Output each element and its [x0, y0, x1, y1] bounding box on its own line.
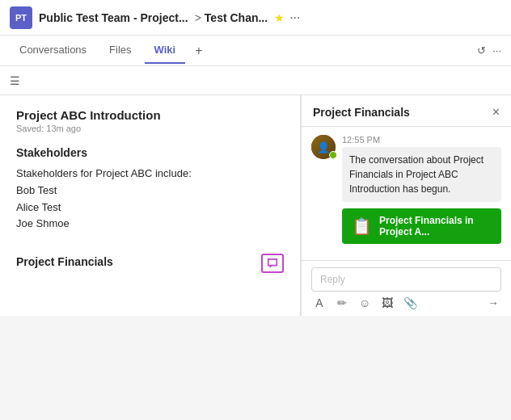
- wiki-saved-time: Saved: 13m ago: [16, 124, 284, 133]
- online-status-icon: [329, 151, 337, 159]
- message-time: 12:55 PM: [342, 135, 501, 145]
- message-text: The conversation about Project Financial…: [342, 147, 501, 202]
- wiki-section-financials: Project Financials: [16, 252, 284, 275]
- team-name: Public Test Team - Project...: [39, 11, 188, 24]
- reply-toolbar: A ✏ ☺ 🖼 📎 →: [311, 296, 501, 309]
- menu-icon[interactable]: ☰: [10, 74, 20, 87]
- tab-conversations[interactable]: Conversations: [10, 37, 96, 64]
- main-content: Project ABC Introduction Saved: 13m ago …: [0, 95, 511, 316]
- channel-name: Test Chan...: [205, 11, 268, 24]
- wiki-panel: Project ABC Introduction Saved: 13m ago …: [0, 95, 301, 316]
- side-panel-title: Project Financials: [313, 106, 410, 119]
- send-icon[interactable]: →: [485, 296, 501, 309]
- tab-bar-actions: ↺ ···: [477, 44, 501, 57]
- message-content: 12:55 PM The conversation about Project …: [342, 135, 501, 244]
- tab-wiki[interactable]: Wiki: [145, 37, 186, 64]
- refresh-icon[interactable]: ↺: [477, 44, 486, 57]
- side-panel-body: 👤 12:55 PM The conversation about Projec…: [302, 127, 511, 260]
- image-icon[interactable]: 🖼: [379, 296, 395, 309]
- wiki-section-stakeholders: Stakeholders Stakeholders for Project AB…: [16, 146, 284, 233]
- side-panel: Project Financials × 👤 12:55 PM The conv…: [301, 95, 511, 316]
- format-text-icon[interactable]: A: [311, 296, 327, 309]
- side-panel-header: Project Financials ×: [302, 95, 511, 127]
- avatar: 👤: [311, 135, 336, 159]
- stakeholders-heading: Stakeholders: [16, 146, 284, 159]
- card-icon: 📋: [350, 215, 373, 237]
- stakeholders-body: Stakeholders for Project ABC include: Bo…: [16, 166, 284, 233]
- reply-placeholder: Reply: [320, 274, 345, 285]
- wiki-page-title: Project ABC Introduction: [16, 108, 284, 122]
- financials-heading: Project Financials: [16, 255, 113, 268]
- favorite-star-icon[interactable]: ★: [274, 11, 285, 24]
- tab-bar: Conversations Files Wiki + ↺ ···: [0, 36, 511, 66]
- title-bar: PT Public Test Team - Project... > Test …: [0, 0, 511, 36]
- team-avatar: PT: [10, 6, 32, 29]
- title-more-icon[interactable]: ···: [289, 10, 300, 25]
- close-side-panel-button[interactable]: ×: [492, 105, 500, 120]
- edit-icon[interactable]: ✏: [334, 296, 350, 309]
- reply-input[interactable]: Reply: [311, 267, 501, 292]
- financials-conversation-icon[interactable]: [261, 254, 284, 273]
- card-text: Project Financials in Project A...: [379, 215, 493, 237]
- add-tab-button[interactable]: +: [188, 39, 209, 63]
- attach-icon[interactable]: 📎: [402, 296, 418, 309]
- tab-files[interactable]: Files: [99, 37, 141, 64]
- more-options-icon[interactable]: ···: [492, 44, 501, 57]
- wiki-toolbar: ☰: [0, 66, 511, 95]
- message-card[interactable]: 📋 Project Financials in Project A...: [342, 208, 501, 244]
- emoji-icon[interactable]: ☺: [357, 296, 373, 309]
- breadcrumb-separator: >: [195, 11, 201, 24]
- message-row: 👤 12:55 PM The conversation about Projec…: [311, 135, 501, 244]
- reply-area: Reply A ✏ ☺ 🖼 📎 →: [302, 260, 511, 316]
